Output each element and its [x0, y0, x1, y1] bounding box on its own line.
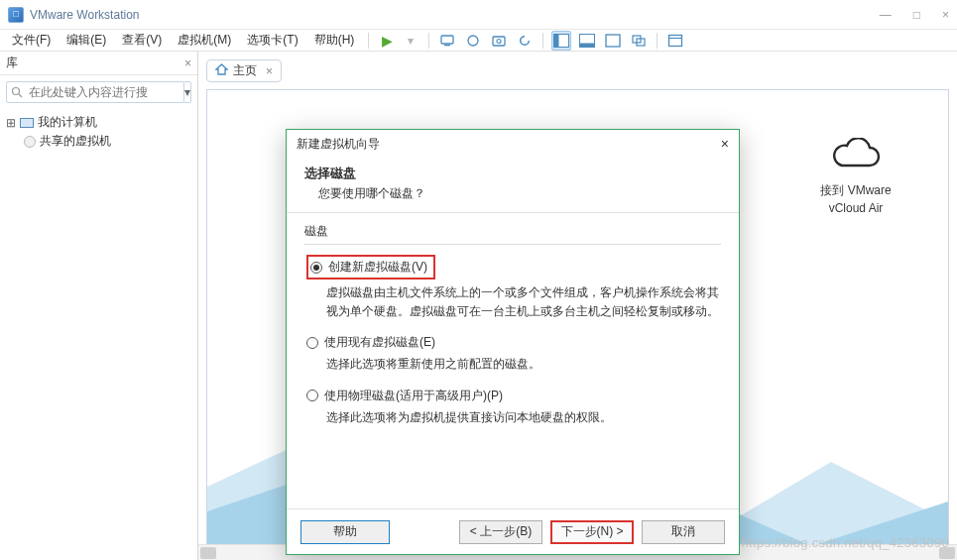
- shared-icon: [24, 136, 36, 148]
- radio-physical-desc: 选择此选项将为虚拟机提供直接访问本地硬盘的权限。: [306, 404, 721, 427]
- revert-icon[interactable]: [515, 31, 535, 51]
- tab-home-label: 主页: [233, 62, 257, 79]
- search-dropdown-icon[interactable]: ▾: [184, 81, 191, 103]
- back-button[interactable]: < 上一步(B): [459, 520, 542, 544]
- radio-icon[interactable]: [306, 390, 318, 401]
- window-maximize-button[interactable]: □: [913, 8, 920, 22]
- svg-rect-12: [669, 35, 682, 46]
- tree-my-computer[interactable]: ⊞ 我的计算机: [6, 113, 191, 132]
- menu-edit[interactable]: 编辑(E): [60, 30, 112, 51]
- play-icon[interactable]: ▶: [377, 31, 397, 51]
- dialog-heading: 选择磁盘: [304, 166, 721, 182]
- radio-create-new-label: 创建新虚拟磁盘(V): [328, 259, 427, 276]
- radio-option-existing[interactable]: 使用现有虚拟磁盘(E) 选择此选项将重新使用之前配置的磁盘。: [306, 334, 721, 374]
- tab-home[interactable]: 主页 ×: [206, 59, 282, 82]
- radio-icon[interactable]: [306, 337, 318, 349]
- dialog-subheading: 您要使用哪个磁盘？: [304, 185, 721, 202]
- tree-shared-vms-label: 共享的虚拟机: [40, 133, 111, 150]
- new-vm-wizard-dialog: 新建虚拟机向导 × 选择磁盘 您要使用哪个磁盘？ 磁盘 创建新虚拟磁盘(V) 虚…: [286, 129, 740, 555]
- window-minimize-button[interactable]: —: [880, 8, 892, 22]
- window-title: VMware Workstation: [30, 8, 139, 22]
- search-box[interactable]: [6, 81, 184, 103]
- home-icon: [215, 63, 228, 78]
- svg-rect-6: [554, 34, 559, 47]
- svg-point-2: [468, 36, 478, 46]
- svg-point-4: [497, 39, 501, 43]
- fullscreen-icon[interactable]: [603, 31, 623, 51]
- sidebar-title: 库: [6, 55, 18, 71]
- menu-bar: 文件(F) 编辑(E) 查看(V) 虚拟机(M) 选项卡(T) 帮助(H) ▶ …: [0, 30, 957, 52]
- svg-rect-0: [441, 36, 453, 44]
- view-mode-2-icon[interactable]: [577, 31, 597, 51]
- library-tree: ⊞ 我的计算机 共享的虚拟机: [0, 109, 197, 155]
- snapshot-icon[interactable]: [489, 31, 509, 51]
- menu-tabs[interactable]: 选项卡(T): [241, 30, 303, 51]
- dialog-close-button[interactable]: ×: [721, 136, 729, 152]
- radio-icon[interactable]: [310, 262, 322, 274]
- dialog-title: 新建虚拟机向导: [297, 136, 380, 153]
- window-titlebar: □ VMware Workstation — □ ×: [0, 0, 957, 30]
- menu-file[interactable]: 文件(F): [6, 30, 57, 51]
- cancel-button[interactable]: 取消: [642, 520, 725, 544]
- menu-view[interactable]: 查看(V): [116, 30, 168, 51]
- highlight-create-new: 创建新虚拟磁盘(V): [306, 255, 435, 280]
- svg-rect-9: [606, 35, 620, 47]
- device-icon-2[interactable]: [463, 31, 483, 51]
- svg-line-15: [19, 94, 22, 97]
- tree-shared-vms[interactable]: 共享的虚拟机: [6, 132, 191, 151]
- unity-icon[interactable]: [629, 31, 649, 51]
- radio-physical-label: 使用物理磁盘(适用于高级用户)(P): [324, 388, 503, 404]
- window-close-button[interactable]: ×: [942, 8, 949, 22]
- view-mode-1-icon[interactable]: [551, 31, 571, 51]
- help-button[interactable]: 帮助: [300, 520, 390, 544]
- scroll-left-icon[interactable]: [200, 547, 216, 559]
- radio-create-new-desc: 虚拟磁盘由主机文件系统上的一个或多个文件组成，客户机操作系统会将其视为单个硬盘。…: [306, 280, 721, 320]
- radio-option-physical[interactable]: 使用物理磁盘(适用于高级用户)(P) 选择此选项将为虚拟机提供直接访问本地硬盘的…: [306, 388, 721, 427]
- sidebar-close-button[interactable]: ×: [184, 56, 191, 70]
- library-sidebar: 库 × ▾ ⊞ 我的计算机 共享的虚拟机: [0, 52, 198, 560]
- watermark-text: https://blog.csdn.net/qq_42363090: [742, 535, 949, 550]
- radio-existing-desc: 选择此选项将重新使用之前配置的磁盘。: [306, 351, 721, 374]
- menu-vm[interactable]: 虚拟机(M): [172, 30, 237, 51]
- search-icon: [11, 86, 23, 98]
- radio-option-create-new[interactable]: 创建新虚拟磁盘(V) 虚拟磁盘由主机文件系统上的一个或多个文件组成，客户机操作系…: [306, 255, 721, 320]
- device-icon-1[interactable]: [437, 31, 457, 51]
- radio-existing-label: 使用现有虚拟磁盘(E): [324, 334, 435, 351]
- svg-rect-1: [444, 45, 450, 46]
- tree-my-computer-label: 我的计算机: [38, 114, 97, 131]
- dialog-group-label: 磁盘: [304, 223, 721, 240]
- computer-icon: [20, 118, 34, 128]
- svg-point-14: [13, 88, 20, 95]
- play-dropdown-icon[interactable]: ▾: [401, 31, 420, 51]
- svg-rect-8: [580, 43, 595, 47]
- tab-home-close[interactable]: ×: [266, 64, 273, 78]
- app-icon: □: [8, 7, 24, 23]
- search-input[interactable]: [27, 84, 179, 100]
- next-button[interactable]: 下一步(N) >: [550, 520, 634, 544]
- menu-help[interactable]: 帮助(H): [308, 30, 361, 51]
- svg-rect-3: [493, 37, 505, 46]
- library-icon[interactable]: [665, 31, 685, 51]
